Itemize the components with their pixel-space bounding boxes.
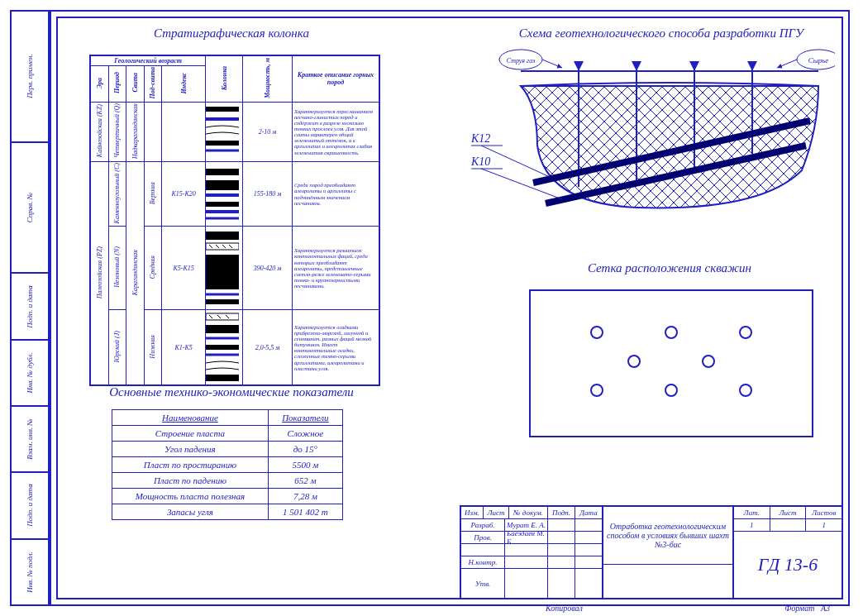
r3-col xyxy=(206,227,243,310)
tb-list: Лист xyxy=(770,507,807,519)
side-4: Инв. № дубл. xyxy=(26,352,34,393)
tb-listv2 xyxy=(770,519,807,532)
side-7: Инв. № подл. xyxy=(26,552,34,593)
tb-title: Отработка геотехнологическим способом в … xyxy=(603,507,732,565)
well-grid xyxy=(529,289,813,437)
svg-rect-7 xyxy=(206,180,239,190)
r1-pod xyxy=(144,102,162,161)
r3-pod: Средняя xyxy=(149,255,156,279)
eh1: Наименование xyxy=(112,410,269,426)
r4-desc: Характеризуется осадками прибрежно-морск… xyxy=(293,310,379,385)
tb-litv: 1 xyxy=(734,519,770,532)
tb-c5: Дата xyxy=(575,507,602,519)
svg-point-55 xyxy=(591,327,603,338)
e5b: 7,28 м xyxy=(268,489,342,504)
r3-period: Незоновый (N) xyxy=(113,246,121,288)
title-econ: Основные технико-экономические показател… xyxy=(83,385,380,399)
svg-point-58 xyxy=(628,356,640,367)
h-idx: Индекс xyxy=(162,66,206,103)
title-scheme: Схема геотехнологического способа разраб… xyxy=(488,26,835,41)
r2-pod: Верхняя xyxy=(149,182,156,204)
h-col: Колонка xyxy=(206,56,243,103)
e2b: до 15° xyxy=(268,442,342,457)
h-pod: Под-свита xyxy=(144,66,162,103)
side-3: Подп. и дата xyxy=(26,285,34,327)
side-stack: Перв. примен. Справ. № Подп. и дата Инв.… xyxy=(10,10,50,606)
svg-rect-29 xyxy=(206,345,239,350)
r4-period: Юрский (J) xyxy=(113,331,121,362)
h-period: Период xyxy=(108,66,126,103)
r1-era: Кайнозойская (KZ) xyxy=(96,104,103,157)
title-grid: Сетка расположения скважин xyxy=(529,261,810,275)
tb-code: ГД 13-6 xyxy=(734,532,842,598)
tb-r4a: Утв. xyxy=(461,569,505,598)
e4b: 652 м xyxy=(268,473,342,489)
h-geo: Геологический возраст xyxy=(91,56,206,66)
svg-point-62 xyxy=(740,384,751,396)
r2-idx: K15-K20 xyxy=(162,161,206,226)
r4-col xyxy=(206,310,243,385)
svg-rect-9 xyxy=(206,202,239,207)
r3-desc: Характеризуется развитием континентальны… xyxy=(293,227,379,310)
r1-period: Четвертичный (Q) xyxy=(113,103,121,158)
format: Формат А3 xyxy=(784,604,830,613)
r1-col xyxy=(206,102,243,161)
side-6: Подп. и дата xyxy=(26,485,34,527)
e3b: 5500 м xyxy=(268,457,342,473)
svg-text:К12: К12 xyxy=(471,132,490,145)
tb-c3: № докум. xyxy=(509,507,548,519)
tb-listovv: 1 xyxy=(806,519,842,532)
tb-c1: Изм. xyxy=(461,507,484,519)
tb-r2a: Пров. xyxy=(461,532,505,544)
tb-r2b: Баездаев М. Б. xyxy=(505,532,548,544)
side-5: Взам. инв. № xyxy=(26,418,34,460)
svg-rect-13 xyxy=(206,232,239,240)
svg-rect-2 xyxy=(206,117,239,121)
svg-rect-1 xyxy=(206,107,239,112)
eh2: Показатели xyxy=(268,410,342,426)
svg-point-60 xyxy=(591,384,603,396)
r2-thick: 155-180 м xyxy=(243,161,293,226)
svg-text:Струя газ: Струя газ xyxy=(507,57,536,64)
strat-table: Геологический возраст Колонка Мощность, … xyxy=(89,55,380,386)
svg-text:К10: К10 xyxy=(471,155,490,168)
r2-col xyxy=(206,161,243,226)
svg-rect-3 xyxy=(206,141,239,146)
r2-period: Каменноугольный (C) xyxy=(113,163,121,223)
kopiroval: Копировал xyxy=(546,604,583,613)
svg-text:Сырье: Сырье xyxy=(808,56,829,64)
svg-line-37 xyxy=(542,60,562,68)
tb-r3a: Н.контр. xyxy=(461,556,505,569)
r4-thick: 2,0-5,5 м xyxy=(243,310,293,385)
r1-svita: Надкарагандинская xyxy=(131,103,139,159)
h-era: Эра xyxy=(91,66,109,103)
svg-point-57 xyxy=(740,327,751,338)
r1-desc: Характеризуется переслаиванием песчано-г… xyxy=(293,102,379,161)
e1b: Сложное xyxy=(268,426,342,442)
svg-line-38 xyxy=(777,60,797,68)
e4a: Пласт по падению xyxy=(112,473,269,489)
r3-thick: 390-420 м xyxy=(243,227,293,310)
h-desc: Краткое описание горных пород xyxy=(293,56,379,103)
e3a: Пласт по простиранию xyxy=(112,457,269,473)
tb-listov: Листов xyxy=(806,507,842,519)
side-1: Перв. примен. xyxy=(26,55,34,98)
title-strat: Стратиграфическая колонка xyxy=(124,26,339,41)
e5a: Мощность пласта полезная xyxy=(112,489,269,504)
tb-lit: Лит. xyxy=(734,507,770,519)
r2-desc: Среди пород преобладают алевролиты и арг… xyxy=(293,161,379,226)
e6b: 1 501 402 т xyxy=(268,504,342,520)
svg-rect-27 xyxy=(206,325,239,333)
r3-idx: K5-K15 xyxy=(162,227,206,310)
r2-svita: Карагандинская xyxy=(131,250,139,295)
svg-rect-31 xyxy=(206,375,239,381)
h-thick: Мощность, м xyxy=(243,56,293,103)
r1-thick: 2-10 м xyxy=(243,102,293,161)
r2-era: Палеозойская (PZ) xyxy=(96,246,103,298)
svg-rect-21 xyxy=(206,299,239,304)
svg-point-59 xyxy=(703,356,714,367)
e1a: Строение пласта xyxy=(112,426,269,442)
r1-idx xyxy=(162,102,206,161)
svg-point-61 xyxy=(665,384,677,396)
tb-r1a: Разраб. xyxy=(461,519,505,532)
